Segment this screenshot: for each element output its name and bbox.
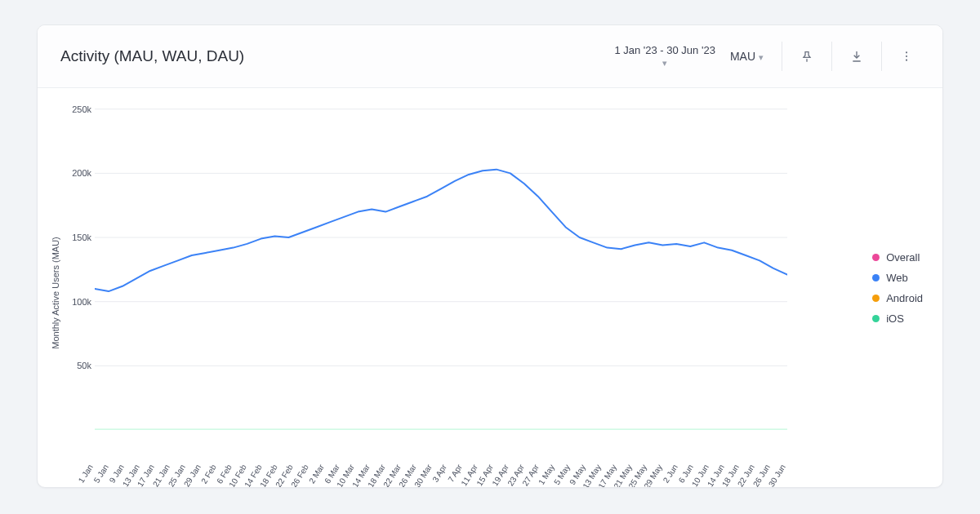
download-icon	[850, 50, 863, 63]
pin-button[interactable]	[794, 43, 820, 69]
card-body: Monthly Active Users (MAU) 50k100k150k20…	[38, 88, 942, 487]
more-vertical-icon	[900, 50, 913, 63]
x-tick-label: 3 Apr	[431, 463, 449, 484]
header-actions: 1 Jan '23 - 30 Jun '23 ▾ MAU ▾	[614, 42, 920, 71]
chart-svg	[95, 96, 787, 430]
legend-label: Android	[886, 292, 923, 304]
legend-item[interactable]: Android	[872, 292, 923, 304]
metric-selector[interactable]: MAU ▾	[730, 50, 764, 63]
svg-point-0	[906, 51, 907, 53]
divider	[831, 42, 832, 71]
date-range-selector[interactable]: 1 Jan '23 - 30 Jun '23 ▾	[614, 44, 715, 69]
download-button[interactable]	[844, 43, 870, 69]
y-tick-label: 200k	[65, 168, 91, 178]
legend-item[interactable]: iOS	[872, 312, 923, 325]
legend-label: Web	[886, 272, 908, 284]
chevron-down-icon: ▾	[662, 58, 667, 69]
divider	[881, 42, 882, 71]
chart-legend: OverallWebAndroidiOS	[872, 243, 923, 333]
date-range-label: 1 Jan '23 - 30 Jun '23	[614, 44, 715, 56]
svg-point-2	[906, 60, 907, 61]
legend-dot	[872, 315, 880, 322]
y-tick-label: 150k	[65, 233, 91, 242]
card-title: Activity (MAU, WAU, DAU)	[60, 47, 614, 65]
y-tick-label: 50k	[65, 361, 91, 370]
x-tick-label: 2 Mar	[307, 463, 326, 485]
chart-plot-area	[95, 96, 787, 430]
y-axis-ticks: 50k100k150k200k250k	[65, 96, 91, 430]
legend-dot	[872, 295, 880, 302]
activity-card: Activity (MAU, WAU, DAU) 1 Jan '23 - 30 …	[37, 24, 943, 488]
more-button[interactable]	[893, 43, 920, 69]
y-axis-title: Monthly Active Users (MAU)	[51, 237, 60, 349]
svg-point-1	[906, 55, 907, 57]
x-tick-label: 1 Jan	[77, 463, 95, 485]
legend-dot	[872, 274, 880, 281]
pin-icon	[800, 50, 813, 63]
card-header: Activity (MAU, WAU, DAU) 1 Jan '23 - 30 …	[38, 25, 942, 88]
y-tick-label: 100k	[65, 297, 91, 307]
svg-rect-9	[95, 428, 787, 430]
x-tick-label: 2 Jun	[662, 463, 679, 485]
chevron-down-icon: ▾	[759, 52, 764, 63]
legend-label: Overall	[886, 251, 920, 264]
y-tick-label: 250k	[65, 104, 91, 114]
x-tick-label: 5 Jan	[92, 463, 110, 485]
legend-dot	[872, 254, 880, 261]
legend-item[interactable]: Overall	[872, 251, 923, 264]
metric-label: MAU	[730, 50, 755, 63]
divider	[782, 42, 782, 71]
legend-item[interactable]: Web	[872, 272, 923, 284]
legend-label: iOS	[886, 312, 904, 325]
x-tick-label: 2 Feb	[199, 463, 218, 485]
x-axis-ticks: 1 Jan5 Jan9 Jan13 Jan17 Jan21 Jan25 Jan2…	[95, 433, 787, 482]
